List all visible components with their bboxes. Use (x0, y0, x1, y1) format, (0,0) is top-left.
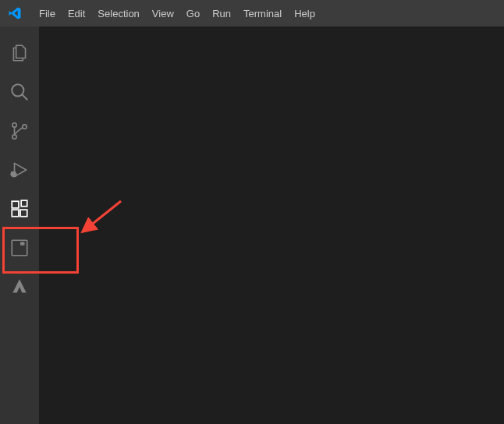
activity-azure[interactable] (0, 268, 39, 307)
svg-rect-12 (20, 210, 27, 217)
svg-point-3 (12, 134, 16, 138)
remote-explorer-icon (9, 238, 30, 260)
menu-file[interactable]: File (33, 0, 62, 26)
svg-point-2 (12, 122, 16, 126)
menu-run[interactable]: Run (206, 0, 237, 26)
search-icon (9, 82, 30, 104)
activity-search[interactable] (0, 73, 39, 112)
activity-run-debug[interactable] (0, 151, 39, 190)
activity-extensions[interactable] (0, 190, 39, 229)
activity-remote-explorer[interactable] (0, 229, 39, 268)
extensions-icon (9, 199, 30, 221)
main-area (0, 26, 504, 424)
menu-go[interactable]: Go (180, 0, 206, 26)
menu-bar: File Edit Selection View Go Run Terminal… (33, 0, 321, 26)
svg-line-8 (11, 171, 12, 172)
source-control-icon (9, 121, 30, 143)
menu-edit[interactable]: Edit (62, 0, 91, 26)
activity-explorer[interactable] (0, 34, 39, 73)
svg-rect-15 (20, 242, 24, 245)
svg-rect-13 (21, 200, 27, 207)
menu-help[interactable]: Help (288, 0, 321, 26)
activity-bar (0, 26, 39, 424)
svg-rect-10 (12, 201, 19, 208)
svg-rect-11 (12, 210, 19, 217)
svg-line-9 (16, 175, 16, 176)
run-debug-icon (9, 160, 30, 182)
azure-icon (9, 277, 30, 299)
menu-terminal[interactable]: Terminal (237, 0, 288, 26)
menu-view[interactable]: View (146, 0, 180, 26)
editor-area (39, 26, 504, 424)
activity-source-control[interactable] (0, 112, 39, 151)
menu-selection[interactable]: Selection (91, 0, 145, 26)
files-icon (9, 43, 30, 65)
title-bar: File Edit Selection View Go Run Terminal… (0, 0, 504, 26)
vscode-logo-icon (8, 6, 22, 20)
svg-point-4 (23, 124, 27, 128)
svg-line-1 (22, 94, 27, 100)
svg-rect-14 (12, 240, 27, 256)
